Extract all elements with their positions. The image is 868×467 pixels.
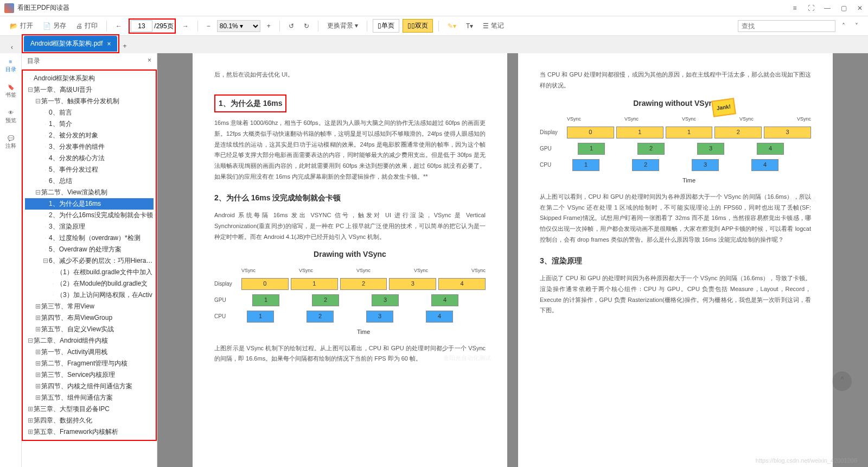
pdf-page-right: 当 CPU 和 GPU 处理时间都很慢，或因为其他的原因，如在主线程中干活太多，… xyxy=(518,53,833,467)
document-tab[interactable]: Android框架体系架构.pdf × xyxy=(24,36,117,52)
outline-node[interactable]: ·5、Overdraw 的处理方案 xyxy=(25,244,154,255)
rail-preview-button[interactable]: 👁预览 xyxy=(5,110,16,124)
bookmark-icon: 🔖 xyxy=(8,84,14,90)
outline-node[interactable]: ·（2）在Module的build.gradle文 xyxy=(25,278,154,289)
search-up-button[interactable]: ˄ xyxy=(839,20,848,32)
sidebar-title: 目录 xyxy=(27,56,40,66)
section-heading: 3、渲染原理 xyxy=(540,254,811,268)
outline-node[interactable]: ·（1）在根build.gradle文件中加入 xyxy=(25,267,154,278)
single-page-button[interactable]: ▯单页 xyxy=(373,19,399,33)
tab-scroll-left[interactable]: ‹ xyxy=(8,41,16,53)
diagram-title: Drawing without VSync xyxy=(540,97,811,110)
next-page-button[interactable]: → xyxy=(179,20,192,32)
left-rail: ≡目录 🔖书签 👁预览 💬注释 xyxy=(0,53,22,467)
tab-close-icon[interactable]: × xyxy=(107,40,111,48)
outline-node[interactable]: ·4、分发的核心方法 xyxy=(25,153,154,164)
print-icon: 🖨 xyxy=(76,22,82,30)
outline-node[interactable]: ·（3）加上访问网络权限，在Activ xyxy=(25,289,154,301)
comment-icon: 💬 xyxy=(8,135,14,141)
minimize-icon[interactable]: — xyxy=(824,4,831,12)
text-button[interactable]: T▾ xyxy=(463,20,476,32)
diagram-title: Drawing with VSync xyxy=(214,248,486,261)
rotate-left-button[interactable]: ↺ xyxy=(285,20,297,32)
outline-node[interactable]: ⊟第二节、View渲染机制 xyxy=(25,187,154,198)
saveas-button[interactable]: 📄另存 xyxy=(40,19,69,33)
prev-page-button[interactable]: ← xyxy=(112,20,125,32)
outline-node[interactable]: ·2、被分发的对象 xyxy=(25,130,154,141)
page-total: /295页 xyxy=(154,22,173,30)
list-icon: ≡ xyxy=(9,59,12,65)
search-down-button[interactable]: ˅ xyxy=(852,20,861,32)
outline-tree: ·Android框架体系架构⊟第一章、高级UI晋升⊟第一节、触摸事件分发机制·0… xyxy=(22,70,157,441)
search-input[interactable] xyxy=(738,20,835,32)
note-icon: ☰ xyxy=(483,22,489,30)
separator xyxy=(279,21,280,31)
sidebar-close-icon[interactable]: × xyxy=(148,56,151,66)
body-text: 16ms 意味着 1000/60hz，相当于 60fps。这是因为人眼与大脑之间… xyxy=(214,118,486,182)
outline-node[interactable]: ·0、前言 xyxy=(25,107,154,118)
double-page-button[interactable]: ▯▯双页 xyxy=(403,19,433,33)
section-heading: 1、为什么是 16ms xyxy=(214,94,286,112)
outline-node[interactable]: ⊞第三节、Service内核原理 xyxy=(25,369,154,381)
outline-node[interactable]: ·1、为什么是16ms xyxy=(25,198,154,210)
outline-node[interactable]: ⊞第一节、Activity调用栈 xyxy=(25,346,154,358)
print-button[interactable]: 🖨打印 xyxy=(73,19,101,33)
body-text: 后，然后在说如何去优化 UI。 xyxy=(214,70,486,80)
outline-node[interactable]: ⊞第二节、Fragment管理与内核 xyxy=(25,358,154,369)
outline-node[interactable]: ⊞第四节、内核之组件间通信方案 xyxy=(25,381,154,392)
note-button[interactable]: ☰笔记 xyxy=(480,19,507,33)
page-number-input[interactable] xyxy=(131,20,152,32)
highlighter-icon: ✎▾ xyxy=(448,22,456,30)
outline-node[interactable]: ⊞第五节、自定义View实战 xyxy=(25,324,154,335)
rail-bookmark-button[interactable]: 🔖书签 xyxy=(5,84,16,99)
rail-annot-button[interactable]: 💬注释 xyxy=(5,135,16,150)
fullscreen-icon[interactable]: ⛶ xyxy=(807,4,815,12)
section-heading: 2、为什么 16ms 没完成绘制就会卡顿 xyxy=(214,191,486,205)
outline-node[interactable]: ·3、渲染原理 xyxy=(25,221,154,232)
change-bg-button[interactable]: 更换背景 ▾ xyxy=(324,19,361,33)
separator xyxy=(106,21,107,31)
outline-node[interactable]: ·4、过度绘制（overdraw）*检测 xyxy=(25,232,154,244)
app-logo-icon xyxy=(4,3,14,13)
outline-node[interactable]: ⊟第二章、Android组件内核 xyxy=(25,335,154,346)
outline-node[interactable]: ⊟第一节、触摸事件分发机制 xyxy=(25,96,154,107)
zoom-select[interactable]: 80.1% ▾ xyxy=(217,20,260,32)
highlight-button[interactable]: ✎▾ xyxy=(444,20,459,32)
double-page-icon: ▯▯ xyxy=(407,22,415,29)
scroll-top-button[interactable]: ˄ xyxy=(832,371,852,391)
outline-node[interactable]: ⊞第五章、Framework内核解析 xyxy=(25,426,154,438)
outline-node[interactable]: ·6、总结 xyxy=(25,175,154,187)
new-tab-button[interactable]: + xyxy=(119,39,130,53)
diagram-vsync-2: Drawing without VSync Jank! VSyncVSyncVS… xyxy=(540,97,811,186)
folder-icon: 📂 xyxy=(10,22,18,30)
close-icon[interactable]: ✕ xyxy=(856,4,864,12)
outline-node[interactable]: ⊞第四章、数据持久化 xyxy=(25,415,154,426)
rail-toc-button[interactable]: ≡目录 xyxy=(5,59,16,73)
document-tab-bar: ‹ Android框架体系架构.pdf × + xyxy=(0,36,868,53)
rotate-right-button[interactable]: ↻ xyxy=(301,20,312,32)
menu-icon[interactable]: ≡ xyxy=(791,4,799,12)
outline-node[interactable]: ⊟6、减少不必要的层次：巧用Hierarch xyxy=(25,255,154,267)
outline-node[interactable]: ·3、分发事件的组件 xyxy=(25,141,154,153)
outline-node[interactable]: ⊞第五节、组件间通信方案 xyxy=(25,392,154,403)
save-icon: 📄 xyxy=(43,22,51,30)
open-button[interactable]: 📂打开 xyxy=(7,19,36,33)
maximize-icon[interactable]: ▢ xyxy=(840,4,847,12)
body-text: Android 系统每隔 16ms 发出 VSYNC 信号，触发对 UI 进行渲… xyxy=(214,210,486,242)
diagram-vsync-1: Drawing with VSync VSyncVSyncVSyncVSyncV… xyxy=(214,248,486,337)
zoom-out-button[interactable]: − xyxy=(203,20,214,32)
outline-node[interactable]: ⊞第三章、大型项目必备IPC xyxy=(25,403,154,415)
text-icon: T▾ xyxy=(466,22,473,30)
body-text: 上面说了 CPU 和 GPU 的处理时间因为各种原因都大于一个 VSync 的间… xyxy=(540,273,811,316)
outline-node[interactable]: ·5、事件分发过程 xyxy=(25,164,154,175)
outline-node[interactable]: ⊞第三节、常用View xyxy=(25,301,154,312)
outline-node[interactable]: ⊞第四节、布局ViewGroup xyxy=(25,312,154,324)
outline-node[interactable]: ·2、为什么16ms没完成绘制就会卡顿 xyxy=(25,210,154,221)
page-indicator-highlight: /295页 xyxy=(129,18,176,34)
zoom-in-button[interactable]: + xyxy=(264,20,274,32)
watermark: 金阳光自动化测试 xyxy=(769,194,816,205)
outline-node[interactable]: ·1、简介 xyxy=(25,118,154,130)
outline-node[interactable]: ·Android框架体系架构 xyxy=(25,73,154,84)
page-viewport[interactable]: 后，然后在说如何去优化 UI。 1、为什么是 16ms 16ms 意味着 100… xyxy=(157,53,868,467)
outline-node[interactable]: ⊟第一章、高级UI晋升 xyxy=(25,84,154,96)
